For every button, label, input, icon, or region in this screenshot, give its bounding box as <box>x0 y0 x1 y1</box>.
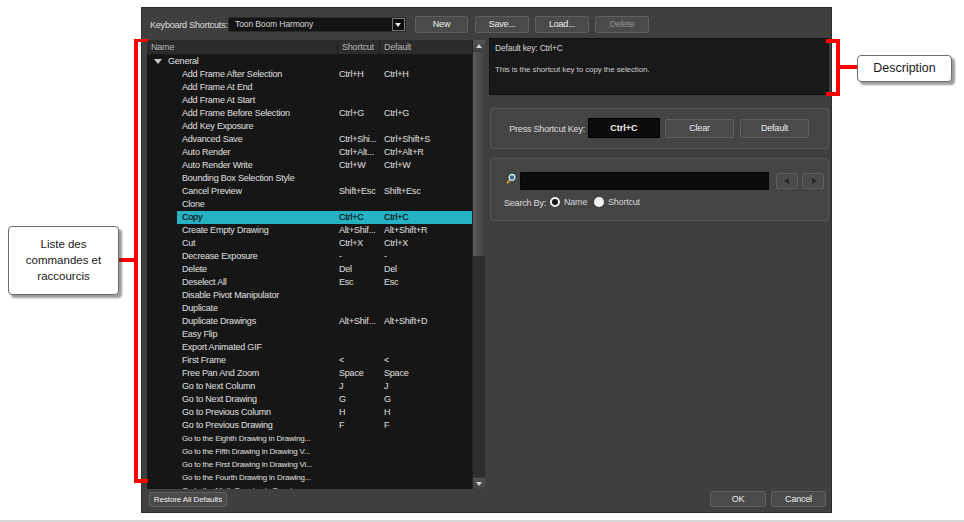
save-button[interactable]: Save... <box>475 16 529 33</box>
row-c-name: Go to Previous Column <box>182 406 271 419</box>
default-button[interactable]: Default <box>740 119 809 138</box>
row-c-name: Auto Render Write <box>182 159 252 172</box>
row-c-name: General <box>168 55 199 68</box>
description-callout-box: Description <box>857 55 952 82</box>
shortcut-row[interactable]: Add Frame At End <box>147 81 472 94</box>
shortcut-list: Name Shortcut Default GeneralAdd Frame A… <box>147 40 485 489</box>
description-callout-connector <box>840 65 858 69</box>
radio-search-by-name[interactable] <box>550 197 560 207</box>
row-c-name: Free Pan And Zoom <box>182 367 259 380</box>
keyboard-shortcuts-label: Keyboard Shortcuts: <box>150 20 228 30</box>
row-c-def: Esc <box>384 276 398 289</box>
radio-name-label[interactable]: Name <box>564 197 587 208</box>
arrow-up-icon <box>476 44 482 48</box>
row-c-name: Bounding Box Selection Style <box>182 172 294 185</box>
shortcut-row[interactable]: Duplicate DrawingsAlt+Shif...Alt+Shift+D <box>147 315 472 328</box>
expand-collapse-icon[interactable] <box>154 59 162 64</box>
column-header-default[interactable]: Default <box>384 40 411 55</box>
row-c-sc: - <box>339 250 342 263</box>
search-input[interactable] <box>520 172 769 190</box>
shortcut-row[interactable]: Add Frame Before SelectionCtrl+GCtrl+G <box>147 107 472 120</box>
shortcut-row[interactable]: Duplicate <box>147 302 472 315</box>
shortcut-row[interactable]: Go to the Ninth Drawing in Drawing... <box>147 484 472 489</box>
list-scrollbar[interactable] <box>472 40 485 489</box>
shortcut-row[interactable]: First Frame<< <box>147 354 472 367</box>
shortcut-row[interactable]: Easy Flip <box>147 328 472 341</box>
shortcut-row[interactable]: Create Empty DrawingAlt+Shif...Alt+Shift… <box>147 224 472 237</box>
row-c-name: Go to the Eighth Drawing in Drawing... <box>182 432 310 445</box>
row-c-sc: Ctrl+W <box>339 159 366 172</box>
row-c-name: Clone <box>182 198 205 211</box>
row-c-def: Ctrl+G <box>384 107 409 120</box>
row-c-name: Advanced Save <box>182 133 242 146</box>
shortcut-row[interactable]: Go to the Fifth Drawing in Drawing V... <box>147 445 472 458</box>
row-c-name: First Frame <box>182 354 226 367</box>
radio-shortcut-label[interactable]: Shortcut <box>608 197 640 208</box>
shortcut-row[interactable]: Add Frame After SelectionCtrl+HCtrl+H <box>147 68 472 81</box>
arrow-left-icon <box>784 178 789 184</box>
shortcut-row[interactable]: Decrease Exposure-- <box>147 250 472 263</box>
column-header-name[interactable]: Name <box>151 40 174 55</box>
left-callout-line: raccourcis <box>9 268 118 284</box>
row-c-name: Disable Pivot Manipulator <box>182 289 279 302</box>
restore-all-defaults-button[interactable]: Restore All Defaults <box>149 492 227 507</box>
new-button[interactable]: New <box>415 16 468 33</box>
shortcut-row[interactable]: Go to the Eighth Drawing in Drawing... <box>147 432 472 445</box>
shortcut-row[interactable]: Auto Render WriteCtrl+WCtrl+W <box>147 159 472 172</box>
shortcut-row[interactable]: Free Pan And ZoomSpaceSpace <box>147 367 472 380</box>
shortcut-row[interactable]: Disable Pivot Manipulator <box>147 289 472 302</box>
load-button[interactable]: Load... <box>535 16 589 33</box>
shortcut-row[interactable]: Add Key Exposure <box>147 120 472 133</box>
shortcut-set-select[interactable]: Toon Boom Harmony <box>228 17 406 32</box>
arrow-down-icon <box>476 482 482 486</box>
shortcut-row[interactable]: Cancel PreviewShift+EscShift+Esc <box>147 185 472 198</box>
radio-search-by-shortcut[interactable] <box>594 197 604 207</box>
row-c-sc: Alt+Shif... <box>339 315 376 328</box>
shortcut-row[interactable]: Deselect AllEscEsc <box>147 276 472 289</box>
combo-dropdown-button[interactable] <box>392 18 405 31</box>
shortcut-row[interactable]: Go to Next DrawingGG <box>147 393 472 406</box>
row-c-name: Add Frame At End <box>182 81 252 94</box>
row-c-name: Go to the Fifth Drawing in Drawing V... <box>182 445 310 458</box>
row-c-name: Go to Next Column <box>182 380 255 393</box>
search-previous-button <box>776 173 798 189</box>
row-c-sc: Esc <box>339 276 353 289</box>
row-c-def: Del <box>384 263 397 276</box>
shortcut-row[interactable]: Go to the First Drawing in Drawing Vi... <box>147 458 472 471</box>
shortcut-row[interactable]: CutCtrl+XCtrl+X <box>147 237 472 250</box>
scroll-down-button[interactable] <box>473 477 485 489</box>
cancel-button[interactable]: Cancel <box>771 491 826 507</box>
row-c-name: Copy <box>182 211 202 224</box>
search-icon <box>505 173 517 186</box>
shortcut-row[interactable]: Add Frame At Start <box>147 94 472 107</box>
shortcut-row[interactable]: Advanced SaveCtrl+Shi...Ctrl+Shift+S <box>147 133 472 146</box>
shortcut-row[interactable]: Clone <box>147 198 472 211</box>
row-c-sc: Ctrl+C <box>339 211 364 224</box>
shortcut-row[interactable]: CopyCtrl+CCtrl+C <box>147 211 472 224</box>
left-callout-connector <box>118 258 135 262</box>
shortcut-row[interactable]: Auto RenderCtrl+Alt...Ctrl+Alt+R <box>147 146 472 159</box>
shortcut-key-field[interactable]: Ctrl+C <box>588 118 660 138</box>
shortcut-row[interactable]: General <box>147 55 472 68</box>
column-separator <box>379 41 380 54</box>
shortcut-row[interactable]: Export Animated GIF <box>147 341 472 354</box>
row-c-def: Ctrl+Shift+S <box>384 133 430 146</box>
search-group: Search By: Name Shortcut <box>490 158 829 221</box>
shortcut-row[interactable]: Go to the Fourth Drawing in Drawing... <box>147 471 472 484</box>
column-header-shortcut[interactable]: Shortcut <box>342 40 374 55</box>
clear-button[interactable]: Clear <box>665 119 734 138</box>
row-c-def: F <box>384 419 389 432</box>
row-c-sc: Alt+Shif... <box>339 224 376 237</box>
shortcut-row[interactable]: DeleteDelDel <box>147 263 472 276</box>
shortcut-row[interactable]: Go to Next ColumnJJ <box>147 380 472 393</box>
shortcut-row[interactable]: Go to Previous ColumnHH <box>147 406 472 419</box>
ok-button[interactable]: OK <box>710 491 766 507</box>
page-bottom-rule <box>0 520 964 522</box>
shortcut-row[interactable]: Go to Previous DrawingFF <box>147 419 472 432</box>
row-c-name: Cancel Preview <box>182 185 242 198</box>
shortcut-row[interactable]: Bounding Box Selection Style <box>147 172 472 185</box>
row-c-def: J <box>384 380 388 393</box>
row-c-def: Ctrl+X <box>384 237 408 250</box>
scrollbar-thumb[interactable] <box>473 52 485 256</box>
scroll-up-button[interactable] <box>473 40 485 52</box>
